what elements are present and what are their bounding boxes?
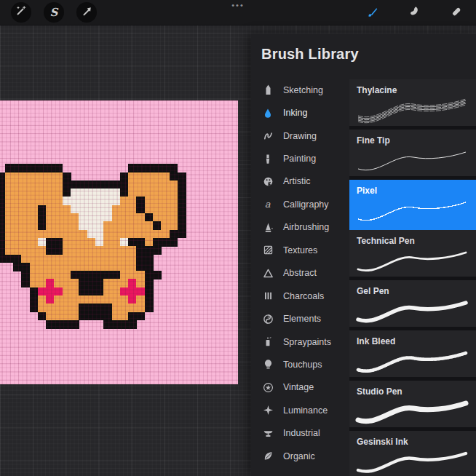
brush-item-thylacine[interactable]: Thylacine (349, 79, 476, 130)
canvas[interactable] (0, 100, 238, 384)
pixel (103, 205, 112, 214)
category-item-vintage[interactable]: Vintage (251, 376, 349, 399)
pixel (136, 255, 145, 263)
pixel (30, 181, 39, 189)
pixel (87, 238, 96, 247)
pixel (120, 213, 129, 222)
category-item-painting[interactable]: Painting (251, 147, 349, 170)
canvas-options-button[interactable]: ••• (223, 1, 253, 9)
pixel (13, 230, 22, 239)
brush-item-ink-bleed[interactable]: Ink Bleed (349, 330, 476, 381)
pixel (21, 172, 30, 181)
pixel (38, 197, 47, 205)
category-item-textures[interactable]: Textures (251, 239, 349, 261)
pixel (71, 271, 79, 279)
transform-button[interactable] (76, 2, 97, 23)
brush-item-pixel[interactable]: Pixel (349, 180, 476, 230)
pixel (46, 312, 55, 321)
category-item-spraypaints[interactable]: Spraypaints (251, 330, 349, 353)
erase-tool-button[interactable] (445, 3, 465, 22)
pixel (21, 230, 30, 239)
pixel (136, 164, 145, 172)
pixel (112, 205, 121, 214)
pixel (63, 271, 71, 279)
category-item-industrial[interactable]: Industrial (251, 422, 349, 445)
category-item-elements[interactable]: Elements (251, 307, 349, 330)
brush-stroke-preview (351, 95, 473, 126)
pixel (5, 181, 14, 189)
pixel (71, 312, 79, 321)
pixel (170, 213, 178, 222)
category-item-drawing[interactable]: Drawing (251, 124, 349, 147)
pixel (145, 287, 154, 296)
brush-item-fine-tip[interactable]: Fine Tip (349, 130, 476, 180)
pixel (128, 304, 137, 312)
category-label: Elements (283, 314, 321, 324)
pixel (145, 230, 154, 239)
pixel (170, 238, 178, 247)
category-item-artistic[interactable]: Artistic (251, 170, 349, 193)
pixel (54, 320, 63, 329)
pixel (103, 221, 112, 230)
adjustments-button[interactable] (11, 2, 31, 23)
pixel (87, 287, 96, 296)
category-item-touchups[interactable]: Touchups (251, 353, 349, 376)
pixel (63, 312, 71, 321)
pixel (178, 230, 186, 239)
paint-tool-button[interactable] (362, 3, 383, 22)
category-label: Abstract (283, 268, 317, 278)
pixel (120, 238, 129, 247)
category-item-sketching[interactable]: Sketching (251, 79, 349, 101)
pixel (38, 246, 47, 255)
pixel (13, 189, 22, 197)
droplet-icon (261, 106, 274, 119)
pixel (54, 312, 63, 321)
pixel (136, 312, 145, 321)
pixel (153, 205, 162, 214)
pixel (161, 197, 170, 205)
pixel (54, 205, 63, 214)
pixel (103, 255, 112, 263)
pixel (79, 197, 87, 205)
brush-item-gel-pen[interactable]: Gel Pen (349, 280, 476, 330)
pixel (46, 181, 55, 189)
pixel (46, 304, 55, 312)
pixel (112, 221, 121, 230)
brush-stroke-preview (351, 447, 473, 476)
pixel (120, 295, 129, 304)
pixel (103, 287, 112, 296)
category-item-inking[interactable]: Inking (251, 101, 349, 124)
smudge-tool-button[interactable] (403, 3, 424, 22)
pixel (120, 279, 129, 287)
pixel (153, 213, 162, 222)
pixel (145, 255, 154, 263)
brush-name: Studio Pen (357, 386, 402, 397)
pixel (46, 213, 55, 222)
selection-button[interactable]: S (44, 2, 64, 23)
pixel (71, 189, 79, 197)
brush-item-gesinski-ink[interactable]: Gesinski Ink (349, 431, 476, 476)
category-item-abstract[interactable]: Abstract (251, 262, 349, 285)
pixel (103, 181, 112, 189)
pixel (5, 213, 14, 222)
pixel (136, 197, 145, 205)
pixel (103, 189, 112, 197)
pixel (21, 221, 30, 230)
brush-item-technical-pen[interactable]: Technical Pen (349, 230, 476, 280)
pixel (79, 230, 87, 239)
pixel (46, 221, 55, 230)
category-item-calligraphy[interactable]: aCalligraphy (251, 193, 349, 215)
pixel (178, 189, 186, 197)
brush-item-studio-pen[interactable]: Studio Pen (349, 381, 476, 431)
pixel (128, 205, 137, 214)
pixel (54, 271, 63, 279)
pixel (128, 295, 137, 304)
category-item-organic[interactable]: Organic (251, 445, 349, 467)
hatch-icon (261, 244, 274, 257)
pixel (112, 312, 121, 321)
category-item-luminance[interactable]: Luminance (251, 399, 349, 421)
bars-icon (261, 290, 274, 303)
category-item-airbrushing[interactable]: Airbrushing (251, 216, 349, 239)
pixel (128, 181, 137, 189)
category-item-charcoals[interactable]: Charcoals (251, 285, 349, 307)
